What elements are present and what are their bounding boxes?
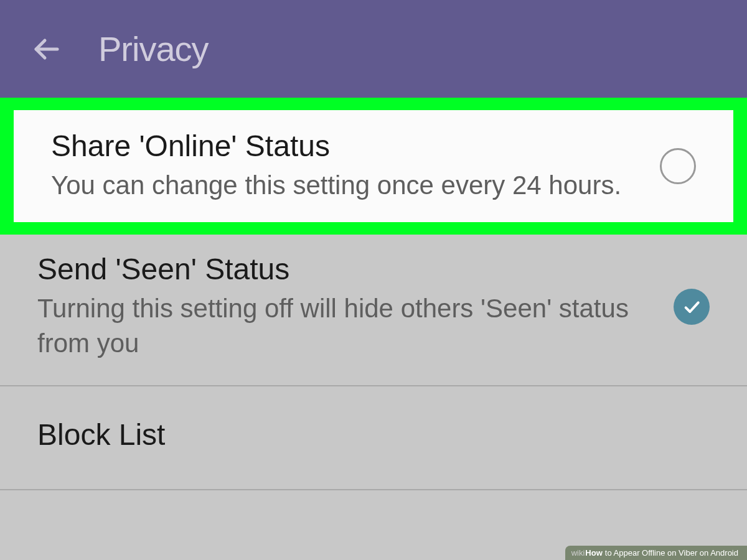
share-online-description: You can change this setting once every 2…: [51, 168, 635, 203]
page-title: Privacy: [98, 29, 209, 69]
radio-checked-icon[interactable]: [674, 289, 710, 325]
setting-text-block: Send 'Seen' Status Turning this setting …: [37, 252, 674, 362]
share-online-status-row[interactable]: Share 'Online' Status You can change thi…: [14, 110, 733, 222]
share-online-title: Share 'Online' Status: [51, 129, 635, 163]
app-header: Privacy: [0, 0, 747, 98]
setting-text-block: Share 'Online' Status You can change thi…: [51, 129, 660, 203]
radio-unchecked-icon[interactable]: [660, 148, 696, 184]
send-seen-title: Send 'Seen' Status: [37, 252, 649, 286]
watermark-wiki: wiki: [571, 548, 585, 558]
wikihow-watermark: wiki How to Appear Offline on Viber on A…: [565, 546, 747, 560]
block-list-row[interactable]: Block List: [0, 386, 747, 490]
send-seen-status-row[interactable]: Send 'Seen' Status Turning this setting …: [0, 235, 747, 386]
highlighted-setting: Share 'Online' Status You can change thi…: [0, 98, 747, 235]
back-arrow-icon[interactable]: [31, 34, 61, 64]
watermark-text: to Appear Offline on Viber on Android: [605, 548, 738, 558]
watermark-how: How: [585, 548, 602, 558]
block-list-title: Block List: [37, 418, 710, 452]
send-seen-description: Turning this setting off will hide other…: [37, 291, 649, 362]
